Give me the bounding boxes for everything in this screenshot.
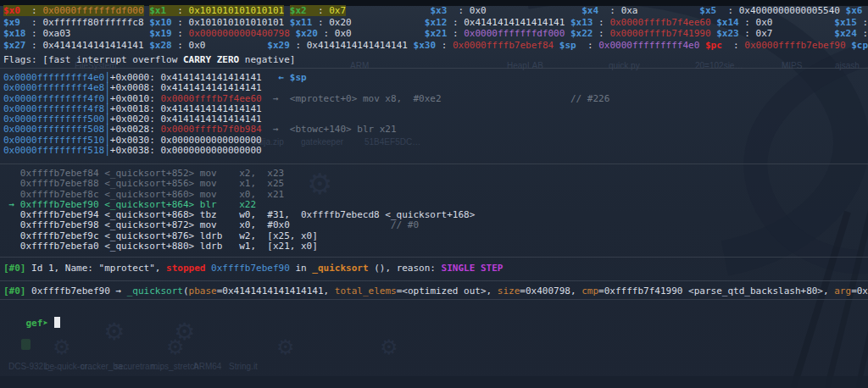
threads-line: [#0] Id 1, Name: "mprotect", stopped 0xf… xyxy=(3,263,503,274)
register-row: $x27 : 0x4141414141414141 $x28 : 0x0 $x2… xyxy=(3,40,868,52)
stack-section: 0x0000fffffffff4e0│+0x0000: 0x4141414141… xyxy=(3,73,609,156)
flags-line: Flags: [fast interrupt overflow CARRY ZE… xyxy=(3,54,295,65)
gef-terminal[interactable]: $x0 : 0x0000fffffffdf000 $x1 : 0x1010101… xyxy=(0,0,868,388)
register-row: $x0 : 0x0000fffffffdf000 $x1 : 0x1010101… xyxy=(3,5,868,17)
disasm-row: 0xffffb7ebefa0 <_quicksort+880> ldrb w1,… xyxy=(3,241,475,252)
section-separator xyxy=(0,257,868,258)
gef-prompt-label: gef➤ xyxy=(26,318,54,329)
trace-line: [#0] 0xffffb7ebef90 → _quicksort(pbase=0… xyxy=(3,285,868,297)
disassembly-section: 0xffffb7ebef84 <_quicksort+852> mov x2, … xyxy=(3,169,475,252)
register-row: $x18 : 0xa03 $x19 : 0x0000000000400798 $… xyxy=(3,28,868,40)
gef-prompt[interactable]: gef➤ xyxy=(3,306,60,340)
section-separator xyxy=(0,280,868,281)
section-separator xyxy=(0,164,868,164)
registers-section: $x0 : 0x0000fffffffdf000 $x1 : 0x1010101… xyxy=(3,5,868,51)
section-separator xyxy=(0,299,868,300)
section-separator xyxy=(0,68,868,69)
register-row: $x9 : 0xffffff80ffffffc8 $x10 : 0x101010… xyxy=(3,17,868,29)
stack-row: 0x0000fffffffff518│+0x0038: 0x0000000000… xyxy=(3,146,609,156)
terminal-cursor[interactable] xyxy=(54,317,60,328)
